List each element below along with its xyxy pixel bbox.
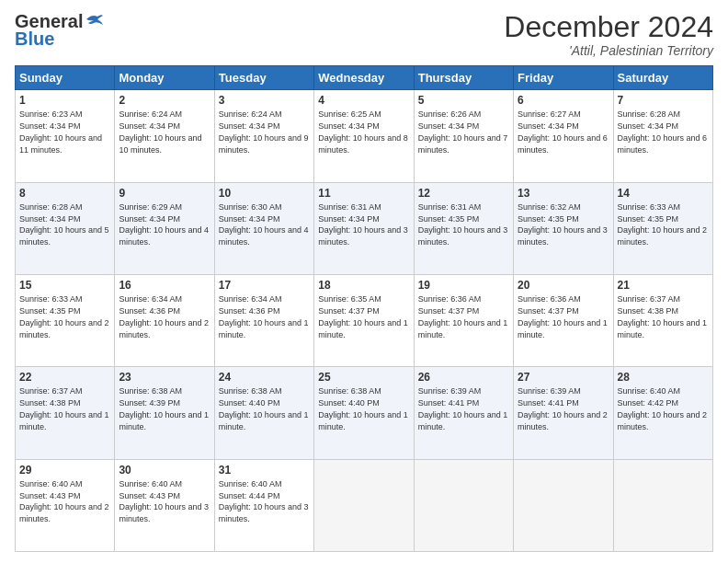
logo: General Blue (15, 11, 105, 50)
day-info: Sunrise: 6:40 AMSunset: 4:44 PMDaylight:… (219, 479, 309, 523)
day-info: Sunrise: 6:33 AMSunset: 4:35 PMDaylight:… (618, 202, 708, 247)
day-number: 25 (318, 370, 409, 385)
col-friday: Friday (514, 66, 613, 90)
day-number: 1 (19, 93, 110, 108)
day-number: 7 (618, 93, 709, 108)
day-info: Sunrise: 6:28 AMSunset: 4:34 PMDaylight:… (618, 109, 708, 154)
col-sunday: Sunday (16, 66, 115, 90)
day-number: 5 (418, 93, 509, 108)
table-row: 7 Sunrise: 6:28 AMSunset: 4:34 PMDayligh… (613, 90, 712, 182)
calendar-week-row: 1 Sunrise: 6:23 AMSunset: 4:34 PMDayligh… (16, 90, 713, 182)
day-number: 30 (119, 463, 210, 477)
table-row: 17 Sunrise: 6:34 AMSunset: 4:36 PMDaylig… (214, 274, 313, 366)
day-number: 18 (318, 278, 409, 293)
day-number: 20 (518, 278, 609, 293)
day-info: Sunrise: 6:30 AMSunset: 4:34 PMDaylight:… (219, 202, 309, 247)
day-number: 24 (219, 370, 310, 385)
calendar-week-row: 29 Sunrise: 6:40 AMSunset: 4:43 PMDaylig… (16, 459, 713, 551)
day-info: Sunrise: 6:39 AMSunset: 4:41 PMDaylight:… (518, 386, 608, 431)
table-row (314, 459, 414, 551)
table-row: 26 Sunrise: 6:39 AMSunset: 4:41 PMDaylig… (414, 367, 513, 459)
table-row: 22 Sunrise: 6:37 AMSunset: 4:38 PMDaylig… (16, 367, 115, 459)
table-row: 6 Sunrise: 6:27 AMSunset: 4:34 PMDayligh… (514, 90, 613, 182)
col-tuesday: Tuesday (214, 66, 313, 90)
logo-bird-icon (85, 12, 105, 29)
day-info: Sunrise: 6:23 AMSunset: 4:34 PMDaylight:… (19, 109, 102, 154)
col-wednesday: Wednesday (314, 66, 414, 90)
table-row: 15 Sunrise: 6:33 AMSunset: 4:35 PMDaylig… (16, 274, 115, 366)
day-number: 8 (19, 186, 110, 201)
table-row: 21 Sunrise: 6:37 AMSunset: 4:38 PMDaylig… (613, 274, 712, 366)
day-info: Sunrise: 6:39 AMSunset: 4:41 PMDaylight:… (418, 386, 508, 431)
day-info: Sunrise: 6:40 AMSunset: 4:42 PMDaylight:… (618, 386, 708, 431)
table-row: 30 Sunrise: 6:40 AMSunset: 4:43 PMDaylig… (115, 459, 214, 551)
table-row: 12 Sunrise: 6:31 AMSunset: 4:35 PMDaylig… (414, 182, 513, 274)
day-info: Sunrise: 6:34 AMSunset: 4:36 PMDaylight:… (219, 294, 309, 339)
table-row (414, 459, 513, 551)
header: General Blue December 2024 'Attil, Pales… (15, 11, 713, 58)
table-row: 3 Sunrise: 6:24 AMSunset: 4:34 PMDayligh… (214, 90, 313, 182)
col-monday: Monday (115, 66, 214, 90)
calendar-week-row: 15 Sunrise: 6:33 AMSunset: 4:35 PMDaylig… (16, 274, 713, 366)
day-info: Sunrise: 6:24 AMSunset: 4:34 PMDaylight:… (119, 109, 201, 154)
day-info: Sunrise: 6:28 AMSunset: 4:34 PMDaylight:… (19, 202, 109, 247)
day-number: 4 (318, 93, 409, 108)
day-number: 16 (119, 278, 210, 293)
day-number: 6 (518, 93, 609, 108)
day-number: 29 (19, 463, 110, 477)
day-info: Sunrise: 6:26 AMSunset: 4:34 PMDaylight:… (418, 109, 508, 154)
day-info: Sunrise: 6:34 AMSunset: 4:36 PMDaylight:… (119, 294, 209, 339)
table-row: 27 Sunrise: 6:39 AMSunset: 4:41 PMDaylig… (514, 367, 613, 459)
table-row: 29 Sunrise: 6:40 AMSunset: 4:43 PMDaylig… (16, 459, 115, 551)
table-row (514, 459, 613, 551)
day-info: Sunrise: 6:37 AMSunset: 4:38 PMDaylight:… (618, 294, 708, 339)
location: 'Attil, Palestinian Territory (504, 43, 713, 58)
day-number: 27 (518, 370, 609, 385)
table-row: 10 Sunrise: 6:30 AMSunset: 4:34 PMDaylig… (214, 182, 313, 274)
day-number: 2 (119, 93, 210, 108)
day-info: Sunrise: 6:27 AMSunset: 4:34 PMDaylight:… (518, 109, 608, 154)
day-info: Sunrise: 6:36 AMSunset: 4:37 PMDaylight:… (518, 294, 608, 339)
calendar-week-row: 8 Sunrise: 6:28 AMSunset: 4:34 PMDayligh… (16, 182, 713, 274)
day-info: Sunrise: 6:33 AMSunset: 4:35 PMDaylight:… (19, 294, 109, 339)
day-info: Sunrise: 6:32 AMSunset: 4:35 PMDaylight:… (518, 202, 608, 247)
table-row: 28 Sunrise: 6:40 AMSunset: 4:42 PMDaylig… (613, 367, 712, 459)
logo-blue: Blue (15, 29, 54, 50)
table-row: 8 Sunrise: 6:28 AMSunset: 4:34 PMDayligh… (16, 182, 115, 274)
day-info: Sunrise: 6:24 AMSunset: 4:34 PMDaylight:… (219, 109, 309, 154)
day-number: 3 (219, 93, 310, 108)
day-number: 28 (618, 370, 709, 385)
title-area: December 2024 'Attil, Palestinian Territ… (504, 11, 713, 58)
day-number: 12 (418, 186, 509, 201)
col-thursday: Thursday (414, 66, 513, 90)
day-info: Sunrise: 6:36 AMSunset: 4:37 PMDaylight:… (418, 294, 508, 339)
day-number: 13 (518, 186, 609, 201)
day-info: Sunrise: 6:38 AMSunset: 4:40 PMDaylight:… (318, 386, 408, 431)
table-row: 20 Sunrise: 6:36 AMSunset: 4:37 PMDaylig… (514, 274, 613, 366)
table-row: 16 Sunrise: 6:34 AMSunset: 4:36 PMDaylig… (115, 274, 214, 366)
table-row: 11 Sunrise: 6:31 AMSunset: 4:34 PMDaylig… (314, 182, 414, 274)
table-row: 13 Sunrise: 6:32 AMSunset: 4:35 PMDaylig… (514, 182, 613, 274)
table-row: 25 Sunrise: 6:38 AMSunset: 4:40 PMDaylig… (314, 367, 414, 459)
day-info: Sunrise: 6:38 AMSunset: 4:39 PMDaylight:… (119, 386, 209, 431)
table-row: 2 Sunrise: 6:24 AMSunset: 4:34 PMDayligh… (115, 90, 214, 182)
table-row: 19 Sunrise: 6:36 AMSunset: 4:37 PMDaylig… (414, 274, 513, 366)
day-number: 14 (618, 186, 709, 201)
table-row: 5 Sunrise: 6:26 AMSunset: 4:34 PMDayligh… (414, 90, 513, 182)
day-number: 19 (418, 278, 509, 293)
day-info: Sunrise: 6:40 AMSunset: 4:43 PMDaylight:… (119, 479, 209, 523)
table-row: 24 Sunrise: 6:38 AMSunset: 4:40 PMDaylig… (214, 367, 313, 459)
day-number: 15 (19, 278, 110, 293)
table-row: 31 Sunrise: 6:40 AMSunset: 4:44 PMDaylig… (214, 459, 313, 551)
day-info: Sunrise: 6:37 AMSunset: 4:38 PMDaylight:… (19, 386, 109, 431)
day-info: Sunrise: 6:31 AMSunset: 4:34 PMDaylight:… (318, 202, 408, 247)
day-info: Sunrise: 6:35 AMSunset: 4:37 PMDaylight:… (318, 294, 408, 339)
day-info: Sunrise: 6:25 AMSunset: 4:34 PMDaylight:… (318, 109, 408, 154)
day-number: 23 (119, 370, 210, 385)
calendar-header-row: Sunday Monday Tuesday Wednesday Thursday… (16, 66, 713, 90)
calendar-table: Sunday Monday Tuesday Wednesday Thursday… (15, 65, 713, 552)
day-number: 17 (219, 278, 310, 293)
day-number: 10 (219, 186, 310, 201)
day-number: 9 (119, 186, 210, 201)
table-row: 23 Sunrise: 6:38 AMSunset: 4:39 PMDaylig… (115, 367, 214, 459)
